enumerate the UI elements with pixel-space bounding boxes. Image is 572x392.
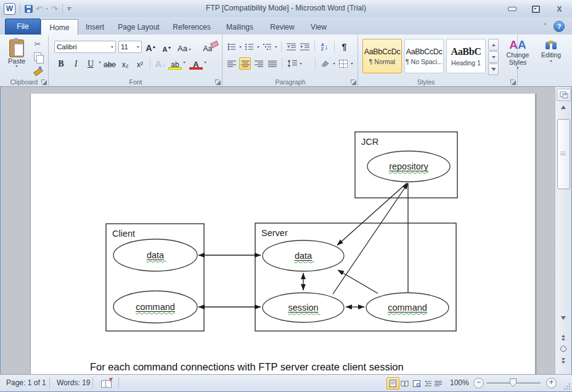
tab-file[interactable]: File: [5, 18, 41, 35]
align-left-icon: [227, 60, 236, 67]
grow-font-button[interactable]: A▲: [144, 41, 158, 53]
show-hide-pilcrow-button[interactable]: ¶: [338, 41, 350, 53]
font-name-combobox[interactable]: Calibri: [54, 41, 116, 53]
document-page[interactable]: [30, 94, 536, 374]
zoom-slider-handle[interactable]: [510, 378, 517, 387]
line-spacing-button[interactable]: [286, 57, 298, 70]
styles-dialog-launcher[interactable]: [510, 79, 516, 85]
resize-grip[interactable]: [563, 383, 571, 390]
strikethrough-button[interactable]: abe: [102, 57, 117, 69]
copy-button[interactable]: [31, 51, 44, 62]
cut-button[interactable]: ✂: [31, 38, 44, 49]
change-styles-button[interactable]: AA Change Styles: [504, 39, 532, 69]
document-sentence[interactable]: For each command connections with FTP se…: [90, 361, 404, 373]
format-painter-button[interactable]: [31, 64, 44, 75]
italic-button[interactable]: I: [69, 57, 83, 69]
tab-review[interactable]: Review: [264, 19, 301, 35]
close-button[interactable]: X: [552, 4, 566, 14]
minimize-button[interactable]: [505, 4, 519, 14]
shading-button[interactable]: [319, 57, 331, 70]
scrollbar-thumb[interactable]: [557, 119, 570, 189]
tab-insert[interactable]: Insert: [79, 19, 111, 35]
align-left-button[interactable]: [226, 57, 237, 70]
tab-references[interactable]: References: [168, 19, 216, 35]
bullets-button[interactable]: [226, 41, 237, 53]
spellcheck-book-icon: ✗: [101, 379, 112, 387]
print-layout-view-button[interactable]: [386, 377, 399, 390]
zoom-in-button[interactable]: +: [546, 377, 557, 388]
change-case-button[interactable]: Aa: [176, 41, 192, 53]
clipboard-dialog-launcher[interactable]: [41, 79, 47, 85]
numbering-button[interactable]: [243, 41, 255, 53]
tab-mailings[interactable]: Mailings: [218, 19, 261, 35]
scroll-up-button[interactable]: [557, 103, 570, 112]
page-indicator[interactable]: Page: 1 of 1: [1, 375, 51, 391]
underline-dropdown-icon[interactable]: [99, 62, 101, 63]
bold-button[interactable]: B: [54, 57, 68, 69]
borders-dropdown-icon[interactable]: [351, 63, 353, 65]
eraser-icon: [210, 40, 219, 47]
tab-page-layout[interactable]: Page Layout: [112, 19, 165, 35]
cut-icon: ✂: [35, 39, 41, 49]
subscript-button[interactable]: x₂: [118, 57, 132, 69]
line-spacing-dropdown-icon[interactable]: [300, 63, 302, 65]
zoom-level[interactable]: 100%: [445, 375, 474, 391]
scroll-down-button[interactable]: [557, 314, 570, 322]
bullets-dropdown-icon[interactable]: [239, 46, 242, 48]
style-normal[interactable]: AaBbCcDc ¶ Normal: [362, 39, 402, 73]
align-right-button[interactable]: [253, 57, 264, 70]
highlight-dropdown-icon[interactable]: [183, 62, 186, 63]
superscript-button[interactable]: x²: [133, 57, 147, 69]
web-layout-view-button[interactable]: [410, 377, 423, 390]
draft-view-icon: [435, 380, 442, 387]
tab-view[interactable]: View: [303, 19, 334, 35]
zoom-out-icon: −: [473, 378, 484, 388]
decrease-indent-button[interactable]: [285, 41, 297, 53]
style-heading1[interactable]: AaBbC Heading 1: [446, 39, 486, 73]
style-no-spacing[interactable]: AaBbCcDc ¶ No Spaci...: [404, 39, 444, 73]
styles-scroll-down-button[interactable]: [488, 51, 499, 63]
justify-button[interactable]: [266, 57, 278, 70]
restore-button[interactable]: [529, 4, 542, 14]
font-size-value: 11: [121, 43, 128, 51]
paste-button[interactable]: Paste: [3, 38, 30, 78]
previous-page-button[interactable]: [557, 332, 570, 342]
multilevel-dropdown-icon[interactable]: [275, 46, 277, 48]
editing-button[interactable]: Editing: [537, 39, 565, 62]
underline-button[interactable]: U: [84, 57, 97, 69]
fullscreen-reading-view-button[interactable]: [398, 377, 411, 390]
styles-gallery-more-button[interactable]: [488, 63, 499, 75]
ribbon-tab-row: File Home Insert Page Layout References …: [0, 17, 572, 35]
highlight-button[interactable]: ab: [168, 57, 182, 69]
sort-button[interactable]: AZ ↓: [319, 41, 330, 53]
font-dialog-launcher[interactable]: [214, 79, 221, 85]
font-color-button[interactable]: A: [189, 57, 203, 69]
draft-view-button[interactable]: [431, 377, 444, 390]
styles-scroll-up-button[interactable]: [488, 39, 499, 51]
shrink-font-button[interactable]: A▼: [160, 41, 174, 53]
font-color-dropdown-icon[interactable]: [204, 62, 206, 63]
ruler-toggle-button[interactable]: [557, 89, 571, 101]
font-size-combobox[interactable]: 11: [118, 41, 142, 53]
next-page-button[interactable]: [557, 356, 570, 365]
text-effects-button[interactable]: A: [153, 57, 167, 69]
minimize-icon: [508, 7, 517, 11]
shading-dropdown-icon[interactable]: [333, 63, 335, 65]
scroll-down-icon: [561, 316, 566, 320]
copy-icon: [34, 52, 41, 61]
increase-indent-button[interactable]: [299, 41, 311, 53]
multilevel-list-button[interactable]: [261, 41, 273, 53]
paragraph-dialog-launcher[interactable]: [350, 79, 356, 85]
clear-formatting-button[interactable]: Aa: [201, 41, 214, 53]
align-center-button[interactable]: [239, 57, 251, 70]
proofing-status-button[interactable]: ✗: [96, 375, 116, 391]
collapse-ribbon-icon[interactable]: ⌃: [542, 22, 550, 30]
numbering-icon: [245, 43, 254, 51]
zoom-out-button[interactable]: −: [473, 377, 484, 388]
tab-home[interactable]: Home: [41, 19, 78, 35]
select-browse-object-button[interactable]: [557, 345, 570, 353]
numbering-dropdown-icon[interactable]: [257, 46, 259, 48]
help-button[interactable]: ?: [554, 21, 565, 32]
borders-button[interactable]: [337, 57, 349, 70]
word-count[interactable]: Words: 19: [52, 375, 95, 391]
